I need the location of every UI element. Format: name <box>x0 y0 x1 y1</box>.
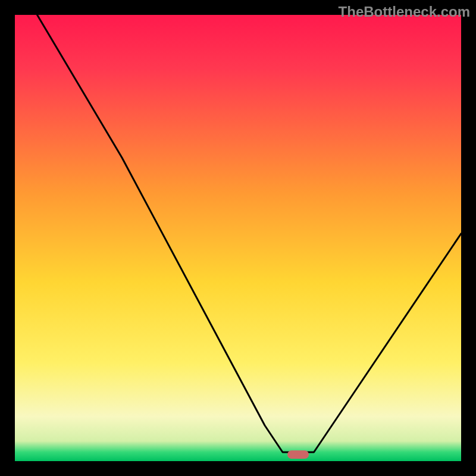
optimal-marker <box>287 450 309 459</box>
gradient-background <box>15 15 461 461</box>
svg-rect-0 <box>15 15 461 461</box>
watermark-text: TheBottleneck.com <box>339 4 470 20</box>
